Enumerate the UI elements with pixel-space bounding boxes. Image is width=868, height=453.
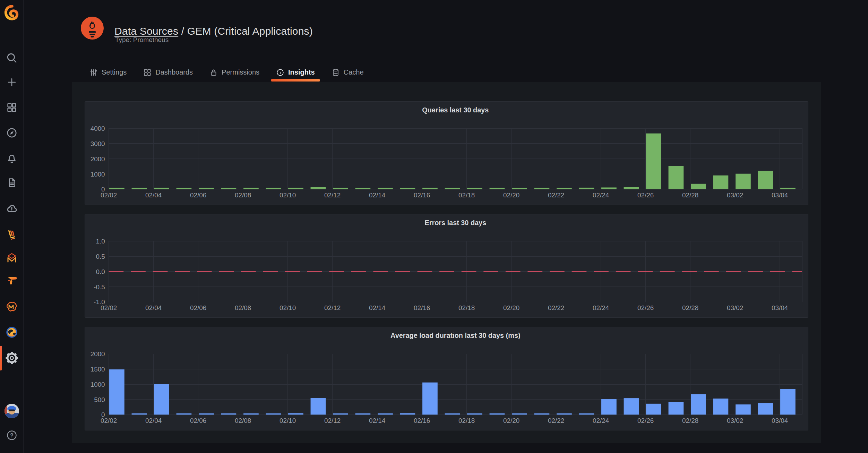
- sidebar-item-configuration[interactable]: [0, 351, 23, 365]
- x-axis-tick-label: 02/06: [190, 417, 206, 424]
- bar-02/23: [579, 413, 594, 414]
- bar-03/04: [780, 389, 796, 414]
- x-axis-tick-label: 02/28: [682, 304, 698, 311]
- tab-settings[interactable]: Settings: [89, 62, 127, 82]
- x-axis-tick-label: 02/20: [503, 417, 519, 424]
- bar-02/04: [154, 384, 169, 414]
- bar-02/27: [669, 402, 684, 414]
- tab-cache[interactable]: Cache: [332, 62, 364, 82]
- bar-02/11: [311, 187, 326, 189]
- x-axis-tick-label: 03/04: [772, 417, 788, 424]
- x-axis-tick-label: 02/18: [458, 191, 475, 199]
- tab-insights[interactable]: Insights: [276, 62, 315, 82]
- sidebar-item-create[interactable]: [0, 77, 23, 88]
- grafana-logo[interactable]: [0, 4, 23, 21]
- x-axis-tick-label: 02/22: [548, 304, 564, 311]
- datasource-name: GEM (Critical Applications): [187, 25, 313, 37]
- machine-learning-logo: [5, 300, 18, 313]
- tab-dashboards-label: Dashboards: [155, 68, 193, 76]
- bar-02/25: [624, 398, 639, 414]
- x-axis-tick-label: 02/28: [682, 417, 698, 424]
- x-axis-tick-label: 03/04: [772, 191, 788, 199]
- grafana-flame-icon: [4, 5, 20, 20]
- bar-02/21: [534, 188, 550, 189]
- bar-02/20: [512, 413, 527, 414]
- bar-03/02: [736, 404, 751, 414]
- panel-avg-load-duration: 050010001500200002/0202/0402/0602/0802/1…: [85, 327, 808, 430]
- document-icon: [6, 177, 17, 188]
- sidebar-item-loki[interactable]: [0, 228, 23, 240]
- y-axis-tick-label: 4000: [91, 125, 105, 132]
- x-axis-tick-label: 02/14: [369, 191, 385, 199]
- bar-02/10: [288, 413, 303, 414]
- x-axis-tick-label: 02/12: [324, 417, 341, 424]
- x-axis-tick-label: 02/08: [235, 304, 251, 311]
- y-axis-tick-label: 0.0: [96, 268, 105, 275]
- queries-chart: 0100020003000400002/0202/0402/0602/0802/…: [85, 102, 808, 205]
- bar-02/11: [311, 398, 326, 414]
- tab-dashboards[interactable]: Dashboards: [143, 62, 193, 82]
- x-axis-tick-label: 02/26: [637, 417, 654, 424]
- sidebar-item-profile[interactable]: [0, 404, 23, 418]
- tab-permissions-label: Permissions: [222, 68, 259, 76]
- bar-02/17: [445, 413, 460, 414]
- sidebar-item-help[interactable]: ?: [0, 429, 23, 441]
- bar-02/18: [467, 188, 482, 189]
- user-avatar: [5, 404, 19, 418]
- sidebar-item-mimir[interactable]: [0, 251, 23, 264]
- sidebar-item-cloud-alerts[interactable]: [0, 203, 23, 215]
- x-axis-tick-label: 02/16: [414, 191, 430, 199]
- bar-02/13: [355, 413, 371, 414]
- sidebar-item-explore[interactable]: [0, 127, 23, 139]
- bar-02/07: [221, 188, 237, 189]
- sidebar-item-alerting[interactable]: [0, 153, 23, 164]
- dashboards-grid-icon: [6, 102, 17, 113]
- x-axis-tick-label: 02/04: [145, 417, 162, 424]
- bar-02/19: [490, 188, 505, 189]
- errors-chart: -1.0-0.50.00.51.002/0202/0402/0602/0802/…: [85, 214, 808, 317]
- x-axis-tick-label: 02/14: [369, 304, 385, 311]
- prometheus-logo: [81, 17, 104, 40]
- loki-logo: [6, 228, 18, 240]
- y-axis-tick-label: 1000: [91, 171, 105, 178]
- bar-02/25: [624, 187, 639, 189]
- bar-02/07: [221, 413, 237, 414]
- x-axis-tick-label: 02/06: [190, 191, 206, 199]
- help-icon: ?: [6, 429, 18, 441]
- x-axis-tick-label: 02/22: [548, 417, 564, 424]
- x-axis-tick-label: 02/24: [593, 417, 609, 424]
- x-axis-tick-label: 02/18: [458, 417, 475, 424]
- page-title: Data Sources / GEM (Critical Application…: [114, 25, 313, 37]
- x-axis-tick-label: 02/22: [548, 191, 564, 199]
- x-axis-tick-label: 02/10: [280, 417, 296, 424]
- x-axis-tick-label: 03/02: [727, 304, 743, 311]
- bar-02/12: [333, 413, 348, 414]
- datasource-type: Type: Prometheus: [115, 36, 169, 44]
- x-axis-tick-label: 02/04: [145, 191, 162, 199]
- search-icon: [6, 52, 18, 64]
- tab-settings-label: Settings: [102, 68, 127, 76]
- globe-app-logo: [5, 326, 18, 339]
- plus-icon: [6, 77, 17, 88]
- x-axis-tick-label: 02/14: [369, 417, 385, 424]
- tab-permissions[interactable]: Permissions: [209, 62, 259, 82]
- sidebar-item-search[interactable]: [0, 52, 23, 64]
- x-axis-tick-label: 02/08: [235, 191, 251, 199]
- bar-02/14: [378, 188, 393, 189]
- x-axis-tick-label: 02/04: [145, 304, 162, 311]
- bar-02/09: [266, 413, 281, 414]
- breadcrumb-datasources-link[interactable]: Data Sources: [114, 25, 178, 37]
- y-axis-tick-label: 1500: [91, 366, 105, 373]
- sidebar-item-tempo[interactable]: [0, 274, 23, 287]
- sidebar-item-globe-app[interactable]: [0, 326, 23, 339]
- chart-title: Errors last 30 days: [424, 219, 486, 226]
- explore-compass-icon: [6, 127, 18, 139]
- panel-errors: -1.0-0.50.00.51.002/0202/0402/0602/0802/…: [85, 214, 808, 318]
- sidebar-item-dashboards[interactable]: [0, 102, 23, 113]
- sidebar-item-machine-learning[interactable]: [0, 300, 23, 313]
- sidebar-item-docs[interactable]: [0, 177, 23, 188]
- y-axis-tick-label: 0.5: [96, 253, 105, 260]
- lock-icon: [209, 68, 218, 77]
- bar-02/20: [512, 188, 527, 189]
- chart-title: Average load duration last 30 days (ms): [390, 332, 521, 339]
